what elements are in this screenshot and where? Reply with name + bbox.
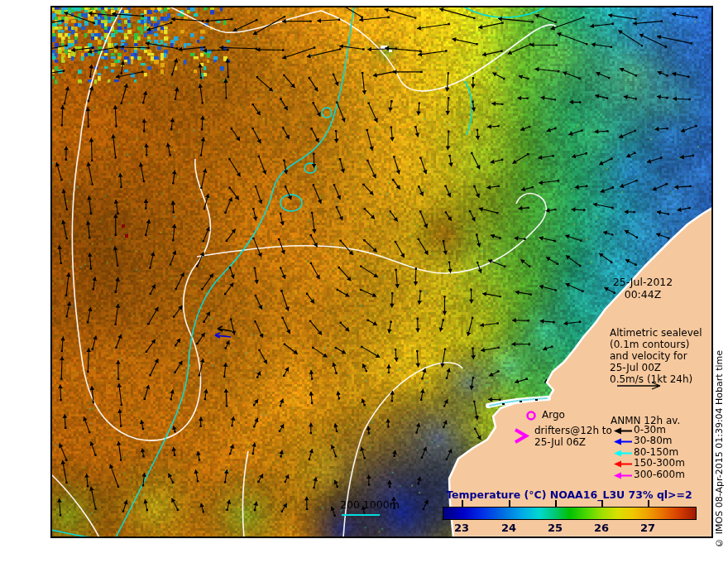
colorbar-tick xyxy=(648,500,649,507)
current-arrow-icon xyxy=(612,426,634,435)
current-arrow-icon xyxy=(612,471,634,480)
sst-map-figure: 25-Jul-2012 00:44Z Altimetric sealevel (… xyxy=(0,0,728,563)
current-arrow-icon xyxy=(612,437,634,446)
bathymetry-contour-sample xyxy=(342,514,380,516)
bathymetry-scale-label: 200 1000m xyxy=(340,499,400,511)
colorbar-tick-label: 23 xyxy=(449,522,474,534)
drifters-note-line: drifters@12h to xyxy=(534,425,612,436)
colorbar-tick-label: 27 xyxy=(635,522,660,534)
anmn-depth-label: 300-600m xyxy=(634,469,685,480)
colorbar-tick xyxy=(601,500,603,507)
altimetric-note-line: Altimetric sealevel xyxy=(610,327,702,339)
argo-legend: Argo xyxy=(524,409,590,422)
altimetric-note-line: (0.1m contours) xyxy=(610,339,702,350)
altimetric-note-line: and velocity for xyxy=(610,350,702,362)
colorbar-tick xyxy=(509,500,510,507)
colorbar-tick xyxy=(555,500,557,507)
colorbar-tick xyxy=(462,500,463,507)
altimetric-note: Altimetric sealevel (0.1m contours) and … xyxy=(610,327,702,385)
timestamp-time: 00:44Z xyxy=(591,288,695,301)
current-arrow-icon xyxy=(612,460,634,469)
altimetric-note-line: 25-Jul 00Z xyxy=(610,362,702,373)
map-frame xyxy=(51,7,712,537)
drifter-marker-icon xyxy=(512,427,532,445)
timestamp-date: 25-Jul-2012 xyxy=(591,276,695,288)
colorbar-tick-label: 24 xyxy=(496,522,521,534)
colorbar-tick-label: 25 xyxy=(543,522,568,534)
drifters-note: drifters@12h to 25-Jul 06Z xyxy=(534,425,612,448)
colorbar-tick-label: 26 xyxy=(589,522,614,534)
colorbar-gradient xyxy=(443,507,697,520)
anmn-depth-label: 30-80m xyxy=(634,435,673,446)
velocity-scale-arrow xyxy=(615,380,665,390)
timestamp-block: 25-Jul-2012 00:44Z xyxy=(591,276,695,301)
anmn-depth-label: 150-300m xyxy=(634,457,685,469)
current-arrow-icon xyxy=(612,449,634,458)
argo-marker-icon xyxy=(524,409,539,422)
colorbar-title: Temperature (°C) NOAA16_L3U 73% ql>=2 xyxy=(410,488,728,501)
drifters-note-line: 25-Jul 06Z xyxy=(534,436,612,448)
credit-text: © IMOS 08-Apr-2015 01:39:04 Hobart time xyxy=(714,350,725,548)
anmn-depth-label: 0-30m xyxy=(634,424,666,435)
anmn-depth-label: 80-150m xyxy=(634,446,678,458)
argo-label: Argo xyxy=(542,409,565,421)
